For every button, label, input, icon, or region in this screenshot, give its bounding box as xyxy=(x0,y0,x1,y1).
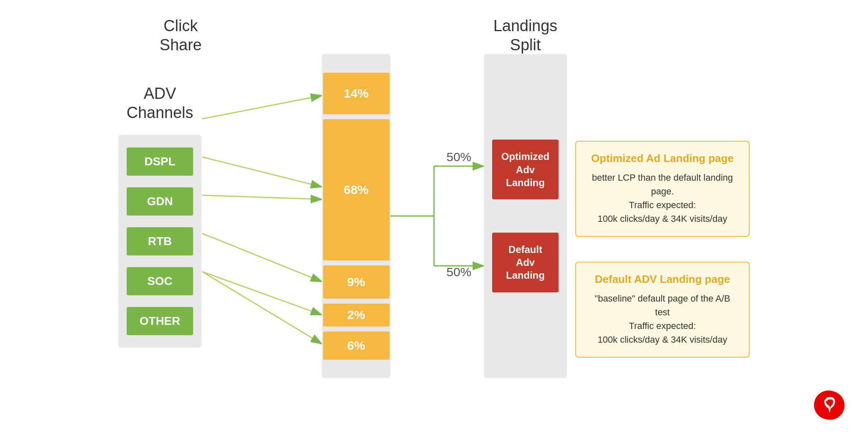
click-2: 2% xyxy=(323,304,390,326)
channel-rtb: RTB xyxy=(127,227,193,255)
info-card-default: Default ADV Landing page "baseline" defa… xyxy=(575,262,750,358)
click-6: 6% xyxy=(323,331,390,360)
click-68: 68% xyxy=(323,119,390,260)
channel-soc: SOC xyxy=(127,267,193,295)
svg-text:50%: 50% xyxy=(446,150,471,164)
info-cards-column: Optimized Ad Landing page better LCP tha… xyxy=(575,74,750,358)
info-card-default-title: Default ADV Landing page xyxy=(588,273,737,286)
svg-line-4 xyxy=(202,195,322,199)
svg-line-2 xyxy=(202,96,322,119)
info-card-optimized-body: better LCP than the default landing page… xyxy=(588,171,737,226)
connector-area: 50% 50% 14% 68% 9% 2% 6% Optimized Adv L… xyxy=(201,54,575,378)
channel-other: OTHER xyxy=(127,307,193,335)
info-card-optimized-title: Optimized Ad Landing page xyxy=(588,152,737,165)
adv-channels-column: ADV Channels DSPL GDN RTB SOC OTHER xyxy=(118,84,201,347)
svg-line-3 xyxy=(202,157,322,187)
click-share-panel: 14% 68% 9% 2% 6% xyxy=(322,54,390,378)
svg-text:50%: 50% xyxy=(446,265,471,279)
landing-default: Default Adv Landing xyxy=(492,233,559,292)
click-9: 9% xyxy=(323,265,390,299)
svg-line-5 xyxy=(202,233,322,282)
info-card-optimized: Optimized Ad Landing page better LCP tha… xyxy=(575,141,750,237)
info-card-default-body: "baseline" default page of the A/B test … xyxy=(588,292,737,346)
vodafone-logo xyxy=(815,390,845,420)
landings-split-panel: Optimized Adv Landing Default Adv Landin… xyxy=(484,54,567,378)
channel-gdn: GDN xyxy=(127,187,193,216)
channel-dspl: DSPL xyxy=(127,147,193,176)
main-diagram: ADV Channels DSPL GDN RTB SOC OTHER xyxy=(0,0,868,432)
landing-optimized: Optimized Adv Landing xyxy=(492,140,559,199)
adv-panel: DSPL GDN RTB SOC OTHER xyxy=(118,135,201,348)
click-14: 14% xyxy=(323,73,390,114)
adv-channels-header: ADV Channels xyxy=(127,84,194,122)
